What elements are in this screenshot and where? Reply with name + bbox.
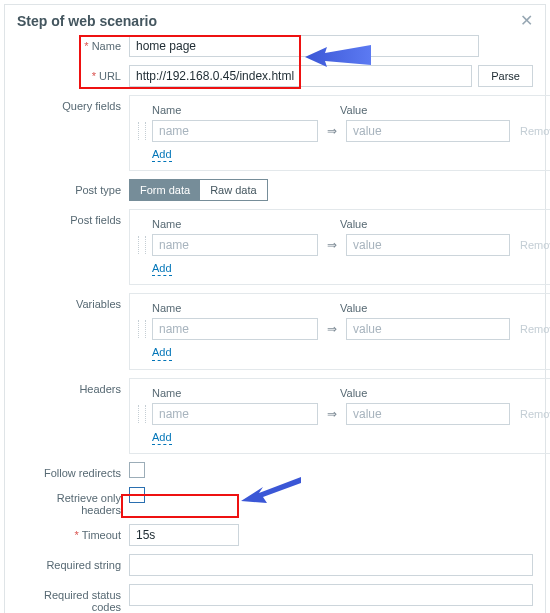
- post-type-form-data[interactable]: Form data: [130, 180, 200, 200]
- url-label: URL: [17, 65, 129, 82]
- post-value-input[interactable]: [346, 234, 510, 256]
- query-add-link[interactable]: Add: [152, 148, 172, 162]
- query-fields-panel: Name Value ⇒ Remove Add: [129, 95, 550, 171]
- post-remove-link: Remove: [516, 239, 550, 251]
- post-name-input[interactable]: [152, 234, 318, 256]
- header-value-input[interactable]: [346, 403, 510, 425]
- var-name-input[interactable]: [152, 318, 318, 340]
- kv-name-header: Name: [138, 104, 318, 116]
- arrow-right-icon: ⇒: [324, 407, 340, 421]
- drag-handle-icon[interactable]: [138, 320, 146, 338]
- header-add-link[interactable]: Add: [152, 431, 172, 445]
- query-fields-label: Query fields: [17, 95, 129, 112]
- header-remove-link: Remove: [516, 408, 550, 420]
- arrow-right-icon: ⇒: [324, 124, 340, 138]
- retrieve-headers-label: Retrieve only headers: [17, 487, 129, 516]
- post-type-raw-data[interactable]: Raw data: [200, 180, 266, 200]
- url-input[interactable]: [129, 65, 472, 87]
- retrieve-headers-checkbox[interactable]: [129, 487, 145, 503]
- post-fields-label: Post fields: [17, 209, 129, 226]
- parse-button[interactable]: Parse: [478, 65, 533, 87]
- headers-panel: Name Value ⇒ Remove Add: [129, 378, 550, 454]
- query-value-input[interactable]: [346, 120, 510, 142]
- arrow-right-icon: ⇒: [324, 238, 340, 252]
- post-add-link[interactable]: Add: [152, 262, 172, 276]
- post-type-label: Post type: [17, 179, 129, 196]
- required-string-input[interactable]: [129, 554, 533, 576]
- kv-value-header: Value: [340, 104, 550, 116]
- headers-label: Headers: [17, 378, 129, 395]
- drag-handle-icon[interactable]: [138, 122, 146, 140]
- name-input[interactable]: [129, 35, 479, 57]
- variables-label: Variables: [17, 293, 129, 310]
- required-codes-input[interactable]: [129, 584, 533, 606]
- post-type-toggle: Form data Raw data: [129, 179, 268, 201]
- drag-handle-icon[interactable]: [138, 236, 146, 254]
- name-label: Name: [17, 35, 129, 52]
- post-fields-panel: Name Value ⇒ Remove Add: [129, 209, 550, 285]
- arrow-right-icon: ⇒: [324, 322, 340, 336]
- required-string-label: Required string: [17, 554, 129, 571]
- timeout-label: Timeout: [17, 524, 129, 541]
- var-remove-link: Remove: [516, 323, 550, 335]
- required-codes-label: Required status codes: [17, 584, 129, 613]
- var-value-input[interactable]: [346, 318, 510, 340]
- timeout-input[interactable]: [129, 524, 239, 546]
- header-name-input[interactable]: [152, 403, 318, 425]
- follow-redirects-label: Follow redirects: [17, 462, 129, 479]
- dialog-title: Step of web scenario: [17, 13, 157, 29]
- follow-redirects-checkbox[interactable]: [129, 462, 145, 478]
- variables-panel: Name Value ⇒ Remove Add: [129, 293, 550, 369]
- drag-handle-icon[interactable]: [138, 405, 146, 423]
- close-icon[interactable]: ✕: [520, 13, 533, 29]
- var-add-link[interactable]: Add: [152, 346, 172, 360]
- query-remove-link: Remove: [516, 125, 550, 137]
- query-name-input[interactable]: [152, 120, 318, 142]
